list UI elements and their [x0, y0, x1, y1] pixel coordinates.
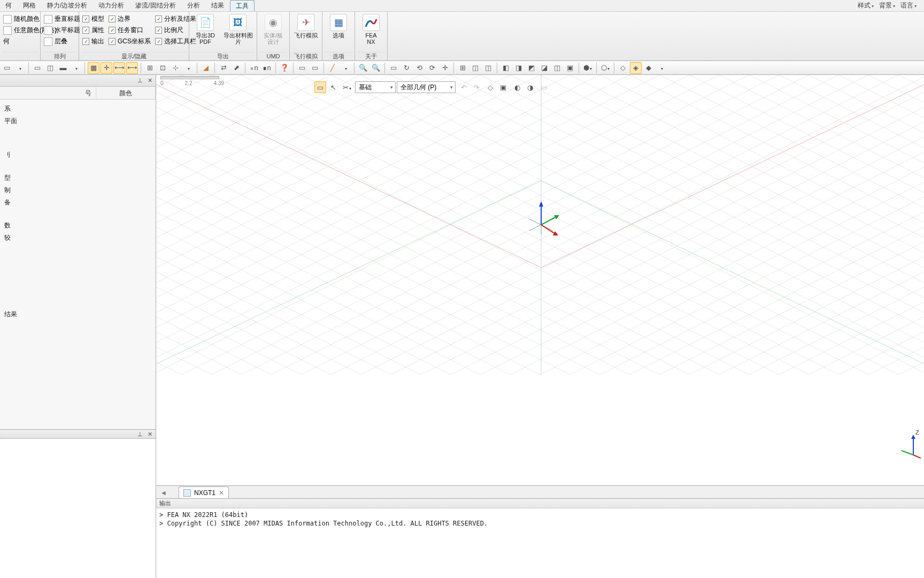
tool-cube5-btn[interactable]: ◆ — [643, 62, 654, 74]
chk-output[interactable]: 输出 — [81, 36, 105, 47]
tool-zoomin-btn[interactable]: 🔍 — [357, 62, 369, 74]
tool-cube2-btn[interactable]: ⬡ — [599, 62, 611, 74]
style-dropdown[interactable]: 样式 — [856, 1, 876, 10]
tool-btn-tag[interactable]: ◫ — [44, 62, 56, 74]
tool-dropdown-5[interactable] — [656, 62, 667, 74]
chk-model[interactable]: 模型 — [81, 14, 105, 24]
htitle-btn[interactable]: 水平标题 — [43, 25, 81, 35]
chk-attr[interactable]: 属性 — [81, 25, 105, 35]
panel-pin-icon[interactable]: ⊥ — [136, 77, 144, 85]
tool-snap2-btn[interactable]: ⊡ — [157, 62, 168, 74]
menu-tab-seepage[interactable]: 渗流/固结分析 — [130, 0, 181, 11]
tool-xfer1-btn[interactable]: ⇄ — [218, 62, 229, 74]
flysim-btn[interactable]: ✈ 飞行模拟 — [292, 13, 320, 40]
tree-item[interactable] — [2, 138, 153, 149]
chk-gcs[interactable]: GCS坐标系 — [107, 36, 152, 47]
tool-sel1-btn[interactable]: ▭ — [296, 62, 308, 74]
tool-node1-btn[interactable]: ∘n — [248, 62, 260, 74]
tree-item-results[interactable]: 结果 — [2, 308, 153, 321]
chk-boundary[interactable]: 边界 — [107, 14, 152, 24]
vp-btn-d[interactable]: ▣ — [497, 81, 509, 93]
menu-tab-result[interactable]: 结果 — [206, 0, 230, 11]
vtitle-btn[interactable]: 垂直标题 — [43, 14, 81, 24]
menu-tab-static[interactable]: 静力/边坡分析 — [42, 0, 93, 11]
tool-dropdown-3[interactable] — [182, 62, 194, 74]
tool-xfer2-btn[interactable]: ⬈ — [230, 62, 242, 74]
menu-tab-tools[interactable]: 工具 — [230, 0, 255, 11]
tool-view-grid-btn[interactable]: ⊞ — [457, 62, 468, 74]
tool-btn-1[interactable]: ▭ — [1, 62, 13, 74]
doctab-close-icon[interactable]: ✕ — [219, 489, 224, 497]
tool-btn-color[interactable]: ▬ — [57, 62, 69, 74]
tree-item[interactable]: 制 — [2, 184, 153, 196]
tool-node2-btn[interactable]: ∎n — [261, 62, 273, 74]
tool-box4-btn[interactable]: ◪ — [538, 62, 550, 74]
tool-orbit-btn[interactable]: ⟲ — [413, 62, 425, 74]
vp-btn-b[interactable]: ↷ — [471, 81, 482, 93]
tool-snap1-btn[interactable]: ⊞ — [144, 62, 156, 74]
tool-box5-btn[interactable]: ◫ — [551, 62, 563, 74]
tree-item[interactable] — [2, 161, 153, 172]
vp-btn-e[interactable]: ◐ — [511, 81, 523, 93]
about-btn[interactable]: FEA NX — [357, 13, 385, 46]
tree-item[interactable] — [2, 127, 153, 138]
menu-tab-geometry[interactable]: 何 — [0, 0, 18, 11]
tool-help-btn[interactable]: ❓ — [279, 62, 290, 74]
tool-dim-btn[interactable]: ⟷ — [113, 62, 125, 74]
tool-axis-btn[interactable]: ✛ — [101, 62, 112, 74]
vp-cursor-btn[interactable]: ↖ — [327, 81, 339, 93]
panel-pin-icon[interactable]: ⊥ — [136, 430, 144, 438]
tool-box1-btn[interactable]: ◧ — [500, 62, 512, 74]
output-content[interactable]: > FEA NX 2022R1 (64bit) > Copyright (C) … — [156, 508, 924, 578]
vp-mode-combo[interactable]: 基础 — [355, 81, 396, 93]
tool-cube1-btn[interactable]: ⬢ — [582, 62, 594, 74]
tool-cube4-btn[interactable]: ◈ — [630, 62, 642, 74]
tool-dropdown-4[interactable] — [340, 62, 351, 74]
tool-box2-btn[interactable]: ◨ — [513, 62, 525, 74]
options-btn[interactable]: ▦ 选项 — [325, 13, 352, 40]
tool-btn-folder[interactable]: ▭ — [32, 62, 43, 74]
vp-btn-c[interactable]: ◇ — [484, 81, 496, 93]
tool-box3-btn[interactable]: ◩ — [526, 62, 537, 74]
panel-close-icon[interactable]: ✕ — [146, 430, 153, 438]
tool-grid-btn[interactable]: ▦ — [88, 62, 99, 74]
tool-pan-btn[interactable]: ⟳ — [426, 62, 438, 74]
tool-view-right-btn[interactable]: ◫ — [482, 62, 494, 74]
tool-zoomout-btn[interactable]: 🔍 — [370, 62, 382, 74]
tool-box6-btn[interactable]: ▣ — [564, 62, 576, 74]
tool-fit-btn[interactable]: ▭ — [388, 62, 399, 74]
panel-close-icon[interactable]: ✕ — [146, 77, 153, 85]
vp-btn-g[interactable]: ▭ — [538, 81, 550, 93]
doctab-prev[interactable]: ◄ — [159, 488, 168, 498]
tool-sel2-btn[interactable]: ▭ — [309, 62, 321, 74]
export-3dpdf-btn[interactable]: 📄 导出3D PDF — [191, 13, 219, 46]
tool-dim2-btn[interactable]: ⟷ — [126, 62, 138, 74]
tree-item[interactable]: 备 — [2, 196, 153, 209]
tool-cube3-btn[interactable]: ◇ — [617, 62, 629, 74]
vp-filter-btn[interactable]: ✂ — [341, 81, 353, 93]
background-dropdown[interactable]: 背景 — [877, 1, 897, 10]
tool-mesh-btn[interactable]: ◢ — [200, 62, 212, 74]
tool-dropdown-2[interactable] — [70, 62, 82, 74]
vp-filter-combo[interactable]: 全部几何 (P) — [397, 81, 456, 93]
language-dropdown[interactable]: 语言 — [898, 1, 919, 10]
tree-item[interactable]: 系 — [2, 103, 153, 115]
export-matimg-btn[interactable]: 🖼 导出材料图片 — [221, 13, 255, 46]
menu-tab-dynamic[interactable]: 动力分析 — [93, 0, 130, 11]
menu-tab-mesh[interactable]: 网格 — [18, 0, 42, 11]
tree-item[interactable]: 数 — [2, 219, 153, 232]
tree-item[interactable]: 平面 — [2, 115, 153, 127]
cascade-btn[interactable]: 层叠 — [43, 36, 81, 47]
viewport[interactable]: 0 2.2 4.39 ▭ ↖ ✂ 基础 全部几何 (P) ↶ ↷ ◇ ▣ — [156, 75, 924, 485]
document-tab[interactable]: NXGT1 ✕ — [179, 486, 229, 498]
tool-view-left-btn[interactable]: ◫ — [469, 62, 481, 74]
chk-taskwin[interactable]: 任务窗口 — [107, 25, 152, 35]
vp-btn-f[interactable]: ◑ — [524, 81, 536, 93]
tree-item[interactable]: 型 — [2, 172, 153, 184]
tool-dropdown-1[interactable] — [14, 62, 26, 74]
tool-rotate-btn[interactable]: ↻ — [401, 62, 412, 74]
tool-line-btn[interactable]: ╱ — [327, 62, 338, 74]
menu-tab-analysis[interactable]: 分析 — [182, 0, 206, 11]
tree-panel[interactable]: 系 平面 刂 型 制 备 数 较 结果 — [0, 100, 156, 429]
tool-center-btn[interactable]: ✛ — [439, 62, 451, 74]
